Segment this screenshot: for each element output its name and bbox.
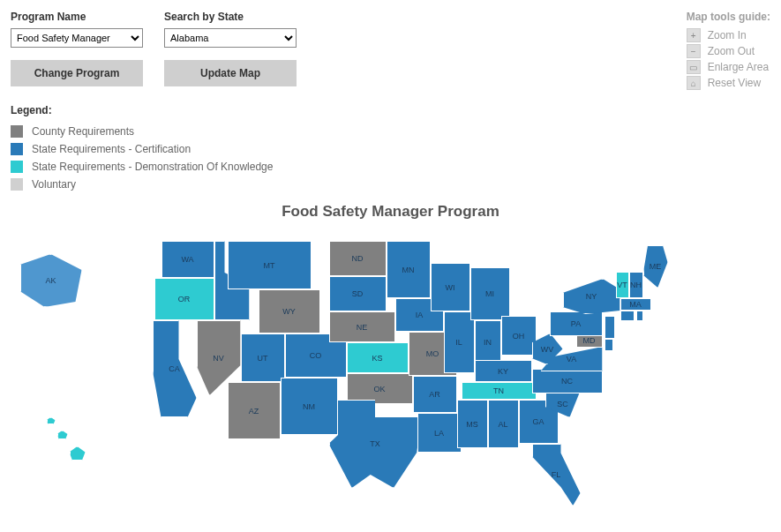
legend-swatch-cert	[11, 143, 23, 155]
map-tools-panel: Map tools guide: + Zoom In − Zoom Out ▭ …	[687, 11, 770, 92]
change-program-button[interactable]: Change Program	[11, 60, 143, 86]
state-ky[interactable]: KY	[475, 360, 532, 382]
zoom-out-icon[interactable]: −	[687, 44, 701, 58]
state-sd[interactable]: SD	[329, 276, 387, 311]
state-nd[interactable]: ND	[329, 241, 387, 276]
state-mt[interactable]: MT	[228, 241, 312, 289]
us-map[interactable]: AK HI WA OR CA NV ID MT WY UT AZ CO NM N…	[73, 228, 709, 528]
program-select[interactable]: Food Safety Manager	[11, 28, 143, 48]
state-de[interactable]	[605, 339, 613, 351]
state-ny[interactable]: NY	[563, 279, 620, 314]
state-nm[interactable]: NM	[281, 378, 338, 435]
legend: Legend: County Requirements State Requir…	[11, 104, 770, 191]
state-ut[interactable]: UT	[241, 333, 285, 382]
state-nc[interactable]: NC	[532, 369, 603, 393]
state-label: Search by State	[164, 11, 297, 23]
state-ar[interactable]: AR	[413, 376, 457, 413]
update-map-button[interactable]: Update Map	[164, 60, 297, 86]
legend-label-dok: State Requirements - Demonstration Of Kn…	[32, 161, 273, 173]
legend-label-vol: Voluntary	[32, 178, 76, 191]
state-hi-island[interactable]	[57, 431, 68, 439]
map-title: Food Safety Manager Program	[11, 203, 770, 221]
legend-swatch-dok	[11, 161, 23, 173]
state-al[interactable]: AL	[488, 400, 519, 448]
state-me[interactable]: ME	[643, 245, 668, 288]
enlarge-area-icon[interactable]: ▭	[687, 60, 701, 74]
legend-swatch-county	[11, 125, 23, 138]
state-ne[interactable]: NE	[329, 311, 395, 342]
state-nj[interactable]	[605, 316, 615, 339]
state-or[interactable]: OR	[154, 278, 214, 320]
legend-swatch-vol	[11, 178, 23, 191]
state-pa[interactable]: PA	[550, 311, 603, 336]
map-tools-title: Map tools guide:	[687, 11, 770, 23]
state-fl[interactable]: FL	[532, 444, 581, 506]
state-select[interactable]: Alabama	[164, 28, 297, 48]
program-name-label: Program Name	[11, 11, 143, 23]
state-il[interactable]: IL	[444, 311, 475, 373]
enlarge-area-label: Enlarge Area	[708, 61, 769, 73]
state-ct[interactable]	[620, 311, 635, 321]
zoom-out-label: Zoom Out	[708, 45, 755, 57]
state-la[interactable]: LA	[417, 413, 462, 453]
state-ks[interactable]: KS	[347, 342, 409, 373]
state-ri[interactable]	[636, 311, 643, 321]
state-wi[interactable]: WI	[431, 263, 470, 311]
state-in[interactable]: IN	[475, 320, 501, 364]
state-ak[interactable]: AK	[20, 254, 82, 307]
state-vt[interactable]: VT	[616, 272, 629, 298]
state-ms[interactable]: MS	[457, 400, 488, 448]
state-wy[interactable]: WY	[259, 289, 320, 333]
state-ma[interactable]: MA	[620, 298, 651, 311]
reset-view-label: Reset View	[708, 77, 761, 89]
state-mi[interactable]: MI	[470, 267, 510, 320]
legend-label-county: County Requirements	[32, 125, 134, 138]
state-wa[interactable]: WA	[161, 241, 214, 278]
state-hi-island[interactable]	[47, 417, 56, 424]
state-az[interactable]: AZ	[228, 382, 281, 439]
state-tx[interactable]: TX	[329, 400, 422, 488]
zoom-in-label: Zoom In	[708, 29, 747, 41]
state-mn[interactable]: MN	[387, 241, 431, 298]
state-oh[interactable]: OH	[501, 316, 537, 356]
legend-label-cert: State Requirements - Certification	[32, 143, 191, 155]
zoom-in-icon[interactable]: +	[687, 28, 701, 42]
reset-view-icon[interactable]: ⌂	[687, 76, 701, 90]
state-tn[interactable]: TN	[462, 382, 537, 400]
state-ok[interactable]: OK	[347, 373, 413, 404]
state-nh[interactable]: NH	[629, 272, 643, 298]
legend-title: Legend:	[11, 104, 770, 116]
state-ca[interactable]: CA	[153, 320, 197, 417]
